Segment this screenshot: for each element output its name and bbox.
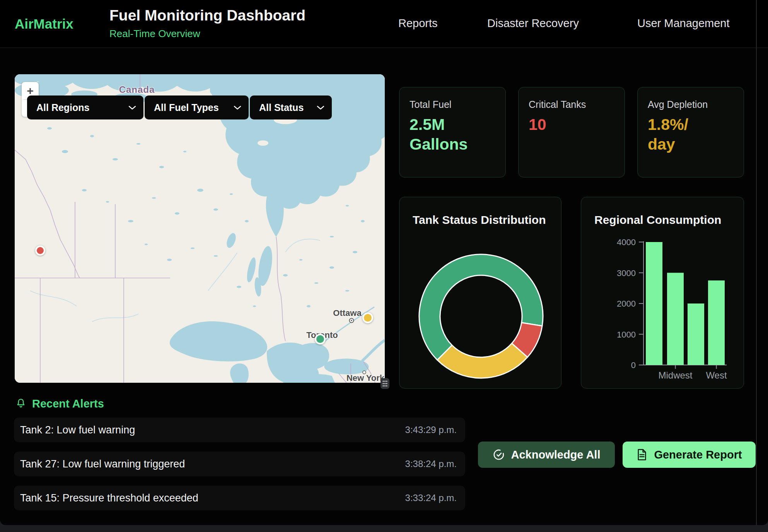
chevron-down-icon [316,105,325,110]
svg-text:3000: 3000 [617,268,636,278]
check-circle-icon [493,448,505,461]
page-title: Fuel Monitoring Dashboard [109,7,305,24]
alert-row[interactable]: Tank 2: Low fuel warning 3:43:29 p.m. [14,418,465,442]
chevron-down-icon [128,105,137,110]
svg-text:West: West [706,370,727,380]
fuel-type-filter-select[interactable]: All Fuel Types [145,95,249,119]
document-icon [636,448,648,461]
nav-user-management[interactable]: User Management [637,17,730,30]
region-filter-value: All Regions [36,102,90,113]
stat-label: Critical Tanks [529,99,614,110]
stat-label: Total Fuel [410,99,495,110]
warning-tank-marker[interactable] [362,312,373,323]
status-filter-value: All Status [259,102,304,113]
tank-status-donut-svg [399,197,561,389]
page: AirMatrix Fuel Monitoring Dashboard Real… [0,0,768,532]
stat-value-avg-depletion: 1.8%/day [648,115,734,155]
alert-row[interactable]: Tank 15: Pressure threshold exceeded 3:3… [14,486,465,510]
page-subtitle: Real-Time Overview [109,28,200,40]
alert-message: Tank 27: Low fuel warning triggered [20,458,185,470]
generate-report-button[interactable]: Generate Report [623,442,756,468]
stat-label: Avg Depletion [648,99,734,110]
critical-tank-marker[interactable] [35,246,45,256]
scrollbar-track[interactable] [756,0,757,525]
normal-tank-marker[interactable] [315,334,326,344]
regional-bar-svg: 01000200030004000MidwestWest [581,197,744,389]
stat-value-total-fuel: 2.5MGallons [410,115,495,155]
stat-value-critical-tanks: 10 [529,115,614,135]
alert-message: Tank 15: Pressure threshold exceeded [20,492,198,504]
nav-disaster-recovery[interactable]: Disaster Recovery [487,17,579,30]
alert-timestamp: 3:38:24 p.m. [405,459,457,469]
brand-logo[interactable]: AirMatrix [15,16,73,32]
region-filter-select[interactable]: All Regions [27,95,143,119]
svg-text:1000: 1000 [617,330,636,339]
recent-alerts-header: Recent Alerts [15,397,104,410]
bell-icon [15,398,27,410]
svg-text:4000: 4000 [617,237,636,247]
stat-card-total-fuel: Total Fuel 2.5MGallons [399,87,506,177]
grip-dots-icon [382,380,388,387]
app-header: AirMatrix Fuel Monitoring Dashboard Real… [0,0,768,48]
generate-report-label: Generate Report [654,448,742,461]
map-resize-grip[interactable] [381,378,389,389]
map-label-ottawa: Ottawa [333,308,361,318]
svg-text:Midwest: Midwest [658,370,692,380]
app-window: AirMatrix Fuel Monitoring Dashboard Real… [0,0,768,525]
stat-card-avg-depletion: Avg Depletion 1.8%/day [637,87,744,177]
alert-timestamp: 3:43:29 p.m. [405,425,457,435]
tank-status-donut-chart: Tank Status Distribution [399,197,561,389]
svg-text:2000: 2000 [617,299,636,309]
status-filter-select[interactable]: All Status [250,95,332,119]
stat-card-critical-tanks: Critical Tanks 10 [518,87,625,177]
nav-reports[interactable]: Reports [398,17,438,30]
acknowledge-all-button[interactable]: Acknowledge All [478,442,615,468]
fuel-type-filter-value: All Fuel Types [154,102,219,113]
map-label-new-york: New York [346,373,384,383]
alert-message: Tank 2: Low fuel warning [20,424,135,436]
svg-text:0: 0 [631,360,636,370]
regional-consumption-bar-chart: Regional Consumption 01000200030004000Mi… [581,197,744,389]
alert-row[interactable]: Tank 27: Low fuel warning triggered 3:38… [14,452,465,476]
alert-timestamp: 3:33:24 p.m. [405,493,457,503]
chevron-down-icon [233,105,242,110]
fuel-map[interactable]: Canada Ottawa Toronto New York + − All R… [15,74,385,383]
acknowledge-all-label: Acknowledge All [511,448,601,461]
map-label-canada: Canada [119,84,155,95]
recent-alerts-title: Recent Alerts [32,397,104,410]
